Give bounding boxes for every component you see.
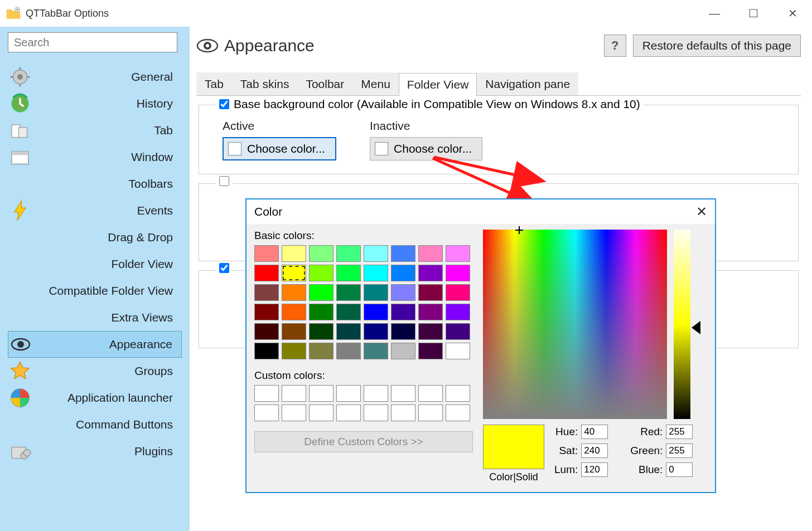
basic-color-cell[interactable] [391,265,415,281]
maximize-button[interactable]: ☐ [734,0,773,27]
basic-color-cell[interactable] [309,343,334,359]
choose-color-inactive-button[interactable]: Choose color... [370,137,482,160]
basic-color-cell[interactable] [254,323,279,340]
minimize-button[interactable]: — [695,0,734,27]
basic-color-cell[interactable] [336,265,361,281]
basic-color-cell[interactable] [364,284,388,301]
sidebar-item-toolbars[interactable]: Toolbars [8,170,182,197]
basic-color-cell[interactable] [309,323,334,340]
sidebar-item-tab[interactable]: Tab [8,117,182,144]
blue-input[interactable] [666,462,693,477]
red-input[interactable] [666,425,693,439]
lum-input[interactable] [581,462,608,477]
luminosity-arrow[interactable] [692,321,700,334]
sidebar-item-application-launcher[interactable]: Application launcher [8,384,182,411]
basic-color-cell[interactable] [309,304,334,320]
basic-color-cell[interactable] [391,284,415,301]
basic-color-cell[interactable] [391,343,415,359]
basic-color-cell[interactable] [418,245,443,262]
sidebar-item-compatible-folder-view[interactable]: Compatible Folder View [8,277,182,304]
sidebar-item-drag-drop[interactable]: Drag & Drop [8,224,182,251]
basic-color-cell[interactable] [446,245,470,262]
basic-color-cell[interactable] [254,304,279,320]
basic-color-cell[interactable] [446,343,470,359]
basic-color-cell[interactable] [446,265,470,281]
sidebar-item-groups[interactable]: Groups [8,358,182,384]
basic-color-cell[interactable] [336,284,361,301]
define-custom-colors-button[interactable]: Define Custom Colors >> [254,431,473,452]
basic-color-cell[interactable] [446,284,470,301]
custom-color-cell[interactable] [446,385,470,402]
custom-color-cell[interactable] [418,405,443,421]
basic-color-cell[interactable] [364,343,388,359]
color-dialog-close-icon[interactable]: ✕ [696,204,707,220]
restore-defaults-button[interactable]: Restore defaults of this page [633,35,801,57]
custom-color-cell[interactable] [391,385,415,402]
sidebar-item-events[interactable]: Events [8,197,182,224]
basic-color-cell[interactable] [418,284,443,301]
sidebar-item-window[interactable]: Window [8,144,182,170]
basic-color-cell[interactable] [282,265,306,281]
basic-color-cell[interactable] [418,304,443,320]
custom-color-cell[interactable] [418,385,443,402]
basic-color-cell[interactable] [418,343,443,359]
basic-color-cell[interactable] [254,245,279,262]
close-button[interactable]: ✕ [773,0,812,27]
tab-toolbar[interactable]: Toolbar [297,72,352,95]
tab-tab-skins[interactable]: Tab skins [232,72,298,95]
basic-color-cell[interactable] [254,265,279,281]
basic-color-cell[interactable] [336,304,361,320]
basic-color-cell[interactable] [309,284,334,301]
custom-color-cell[interactable] [309,385,334,402]
basic-color-cell[interactable] [418,323,443,340]
basic-color-cell[interactable] [254,284,279,301]
hue-input[interactable] [581,425,608,439]
base-bg-checkbox[interactable] [219,99,229,109]
basic-color-cell[interactable] [309,245,334,262]
sidebar-item-general[interactable]: General [8,64,182,90]
custom-color-cell[interactable] [282,385,306,402]
sidebar-item-extra-views[interactable]: Extra Views [8,304,182,331]
basic-color-cell[interactable] [391,323,415,340]
groupbox3-checkbox[interactable] [219,263,229,273]
basic-color-cell[interactable] [391,304,415,320]
basic-color-cell[interactable] [446,304,470,320]
custom-color-cell[interactable] [282,405,306,421]
tab-navigation-pane[interactable]: Navigation pane [477,72,578,95]
groupbox2-checkbox[interactable] [219,176,229,186]
custom-color-cell[interactable] [391,405,415,421]
basic-color-cell[interactable] [364,245,388,262]
sidebar-item-plugins[interactable]: Plugins [8,438,182,465]
basic-color-cell[interactable] [282,284,306,301]
tab-tab[interactable]: Tab [196,72,232,95]
basic-color-cell[interactable] [391,245,415,262]
basic-color-cell[interactable] [418,265,443,281]
color-spectrum[interactable] [483,230,667,419]
basic-color-cell[interactable] [282,323,306,340]
custom-color-cell[interactable] [309,405,334,421]
luminosity-bar[interactable] [674,230,690,419]
basic-color-cell[interactable] [309,265,334,281]
tab-folder-view[interactable]: Folder View [399,73,477,96]
custom-color-cell[interactable] [364,405,388,421]
custom-color-cell[interactable] [336,405,361,421]
custom-color-cell[interactable] [364,385,388,402]
basic-color-cell[interactable] [336,323,361,340]
basic-color-cell[interactable] [282,343,306,359]
custom-color-cell[interactable] [446,405,470,421]
basic-color-cell[interactable] [336,245,361,262]
basic-color-cell[interactable] [364,304,388,320]
basic-color-cell[interactable] [282,304,306,320]
sidebar-item-command-buttons[interactable]: Command Buttons [8,411,182,438]
basic-color-cell[interactable] [254,343,279,359]
sat-input[interactable] [581,444,608,458]
sidebar-item-history[interactable]: History [8,90,182,117]
basic-color-cell[interactable] [336,343,361,359]
basic-color-cell[interactable] [364,323,388,340]
green-input[interactable] [666,444,693,458]
basic-color-cell[interactable] [282,245,306,262]
custom-color-cell[interactable] [254,405,279,421]
sidebar-item-folder-view[interactable]: Folder View [8,251,182,277]
tab-menu[interactable]: Menu [352,72,399,95]
help-button[interactable]: ? [604,35,626,57]
